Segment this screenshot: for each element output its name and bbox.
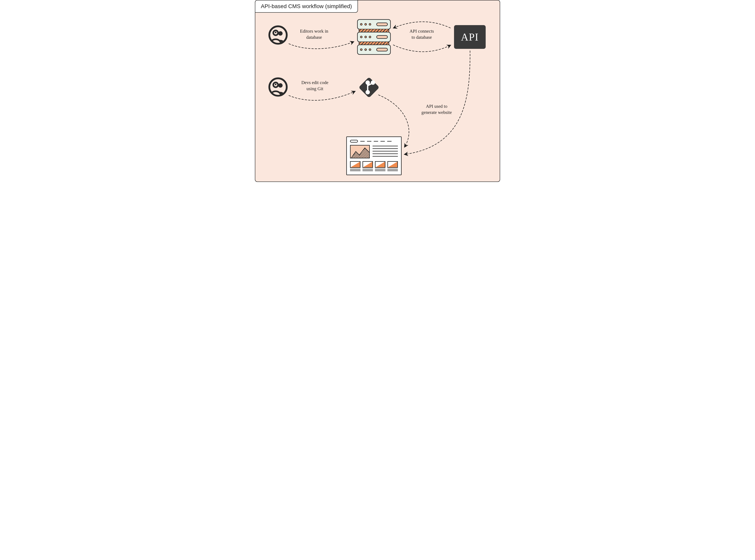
svg-point-7: [278, 83, 283, 87]
svg-point-2: [278, 31, 283, 36]
diagram-canvas: API-based CMS workflow (simplified): [255, 0, 500, 182]
api-label: API: [461, 31, 479, 43]
website-icon: [350, 140, 398, 143]
svg-point-4: [275, 32, 276, 33]
edge-label-api-db: API connects to database: [410, 28, 434, 40]
svg-point-13: [366, 81, 369, 84]
git-node: [358, 77, 380, 99]
database-node: [357, 19, 391, 55]
edge-label-api-site: API used to generate website: [421, 103, 452, 116]
api-node: API: [454, 25, 486, 49]
svg-rect-10: [359, 77, 379, 98]
svg-point-14: [366, 91, 369, 94]
svg-point-9: [275, 84, 276, 85]
git-icon: [358, 77, 380, 98]
server-stack-icon: [357, 19, 391, 29]
devs-node: [268, 77, 288, 97]
edge-label-devs-git: Devs edit code using Git: [301, 80, 329, 92]
edge-label-editors-db: Editors work in database: [300, 28, 328, 40]
people-icon: [268, 25, 288, 45]
svg-point-15: [371, 81, 374, 84]
editors-node: [268, 25, 288, 45]
diagram-title: API-based CMS workflow (simplified): [255, 0, 358, 13]
website-node: [346, 136, 402, 175]
people-icon: [268, 77, 288, 97]
